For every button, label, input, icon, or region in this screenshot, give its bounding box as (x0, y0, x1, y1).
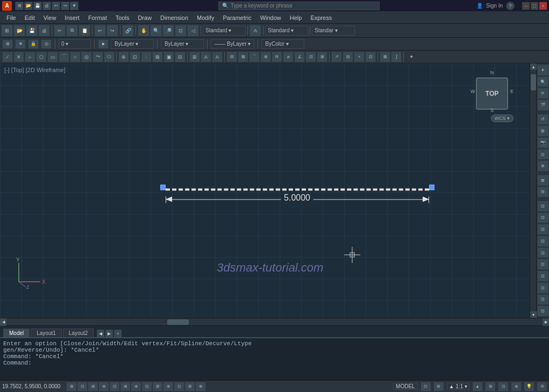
anno-inspect[interactable]: ⊡ (365, 52, 376, 62)
anno-break[interactable]: ⊠ (380, 52, 390, 62)
anno-radius[interactable]: R (272, 52, 282, 62)
info-button[interactable]: ? (506, 2, 515, 10)
plotstyle-dropdown[interactable]: Standar ▾ (312, 26, 355, 35)
draw-mtext[interactable]: A (201, 52, 211, 62)
menu-insert[interactable]: Insert (60, 13, 84, 22)
tab-layout1[interactable]: Layout1 (31, 329, 62, 337)
menu-edit[interactable]: Edit (20, 13, 39, 22)
layer-manager[interactable]: ⊞ (2, 39, 13, 49)
scale-indicator[interactable]: ▲ 1:1 ▾ (447, 383, 469, 390)
polar-btn[interactable]: ⊕ (99, 382, 109, 391)
grip-left[interactable] (160, 184, 166, 190)
rt-fly[interactable]: ⊕ (537, 160, 549, 172)
otrack-btn[interactable]: ⊞ (120, 382, 130, 391)
osnap-btn[interactable]: ⊡ (110, 382, 119, 391)
draw-xline[interactable]: ✕ (13, 52, 24, 62)
draw-text[interactable]: Α (212, 52, 223, 62)
tab-model[interactable]: Model (3, 329, 30, 337)
rt-prop3[interactable]: ⊡ (537, 224, 549, 235)
tb-save-file[interactable]: 💾 (26, 25, 38, 37)
tb-textstyle[interactable]: A (249, 25, 261, 37)
draw-ellipse[interactable]: ⬭ (104, 52, 115, 62)
lineweight-select[interactable]: —— ByLayer ▾ (211, 39, 254, 49)
model-icon2[interactable]: ⊞ (434, 382, 444, 391)
dyn-btn[interactable]: ⊡ (142, 382, 152, 391)
v-scrollbar[interactable]: ▲ ▼ (530, 63, 536, 318)
v-scroll-thumb[interactable] (531, 74, 536, 90)
tb-pan[interactable]: ✋ (138, 25, 149, 37)
tb-zoom-extent[interactable]: ⊡ (175, 25, 187, 37)
tp-btn[interactable]: ⊕ (163, 382, 173, 391)
rt-prop5[interactable]: ⊡ (537, 247, 549, 259)
draw-polygon[interactable]: ⬡ (36, 52, 47, 62)
menu-dimension[interactable]: Dimension (156, 13, 192, 22)
tb-open-file[interactable]: 📂 (13, 25, 25, 37)
draw-gradient[interactable]: ▣ (163, 52, 174, 62)
rt-isolate[interactable]: ⊟ (537, 187, 549, 198)
draw-hatch[interactable]: ⊠ (152, 52, 163, 62)
menu-help[interactable]: Help (286, 13, 306, 22)
close-button[interactable]: × (539, 2, 547, 10)
minimize-button[interactable]: – (522, 2, 530, 10)
tb-more[interactable]: ▼ (70, 2, 79, 10)
draw-line[interactable]: ∕ (2, 52, 13, 62)
wcs-label[interactable]: WCS ▾ (491, 115, 514, 122)
draw-table[interactable]: ⊞ (189, 52, 200, 62)
grid-btn[interactable]: ⊡ (77, 382, 87, 391)
search-bar[interactable]: 🔍 Type a keyword or phrase (218, 2, 380, 10)
tb-undo[interactable]: ↩ (52, 2, 60, 10)
rt-prop8[interactable]: ⊡ (537, 282, 549, 294)
menu-view[interactable]: View (39, 13, 61, 22)
viewport[interactable]: [-] [Top] [2D Wireframe] N S E W TOP WCS… (0, 63, 530, 318)
draw-insert[interactable]: ⊕ (118, 52, 129, 62)
menu-window[interactable]: Window (256, 13, 286, 22)
anno-leader[interactable]: ↗ (331, 52, 342, 62)
rt-prop6[interactable]: ⊡ (537, 259, 549, 270)
draw-block[interactable]: ⊡ (130, 52, 140, 62)
model-icon1[interactable]: ⊡ (421, 382, 431, 391)
layer-freeze[interactable]: ❄ (15, 39, 26, 49)
draw-arc[interactable]: ⌒ (59, 52, 69, 62)
rt-showmotion[interactable]: 🎬 (537, 99, 549, 111)
layer-lock[interactable]: 🔒 (28, 39, 39, 49)
anno-jogged[interactable]: ∫ (391, 52, 402, 62)
draw-point[interactable]: · (141, 52, 152, 62)
tb-zoom-prev[interactable]: ◁ (187, 25, 199, 37)
isolate-icon[interactable]: ⊡ (498, 382, 508, 391)
menu-modify[interactable]: Modify (192, 13, 218, 22)
tab-scroll-right[interactable]: ▶ (105, 330, 113, 337)
tb-save[interactable]: 💾 (33, 2, 42, 10)
maximize-button[interactable]: □ (531, 2, 538, 10)
anno-center[interactable]: + (354, 52, 365, 62)
rt-camera[interactable]: 📷 (537, 137, 549, 148)
tb-new[interactable]: ⊞ (15, 2, 24, 10)
lw-btn[interactable]: ⊞ (153, 382, 162, 391)
tb-plot[interactable]: 🖨 (38, 25, 50, 37)
menu-tools[interactable]: Tools (111, 13, 134, 22)
draw-rect[interactable]: ▭ (47, 52, 58, 62)
dimstyle-dropdown[interactable]: Standard ▾ (265, 26, 308, 35)
rt-adjust[interactable]: ⊞ (537, 125, 549, 137)
anno-ordinate[interactable]: ⊕ (260, 52, 271, 62)
rt-prop10[interactable]: ⊡ (537, 305, 549, 317)
anno-diameter[interactable]: ⌀ (283, 52, 294, 62)
h-scroll-thumb[interactable] (167, 319, 189, 325)
menu-draw[interactable]: Draw (133, 13, 156, 22)
rt-prop4[interactable]: ⊡ (537, 236, 549, 247)
layer-select[interactable]: 0 ▾ (59, 39, 91, 49)
tb-undo2[interactable]: ↩ (94, 25, 106, 37)
layer-color[interactable]: ■ (98, 39, 109, 49)
rt-prop1[interactable]: ⊡ (537, 201, 549, 212)
tb-match[interactable]: 🔗 (122, 25, 134, 37)
rt-prop2[interactable]: ⊡ (537, 212, 549, 224)
ducs-btn[interactable]: ⊕ (131, 382, 141, 391)
tb-zoom-window[interactable]: 🔎 (162, 25, 174, 37)
anno-aligned[interactable]: ⊠ (238, 52, 248, 62)
hardware-icon[interactable]: ⊞ (486, 382, 495, 391)
menu-parametric[interactable]: Parametric (218, 13, 255, 22)
tab-scroll-left[interactable]: ◀ (97, 330, 104, 337)
tb-paste[interactable]: 📋 (79, 25, 90, 37)
qp-btn[interactable]: ⊡ (174, 382, 184, 391)
draw-donut[interactable]: ◎ (81, 52, 92, 62)
sign-in-label[interactable]: Sign In (486, 3, 503, 9)
